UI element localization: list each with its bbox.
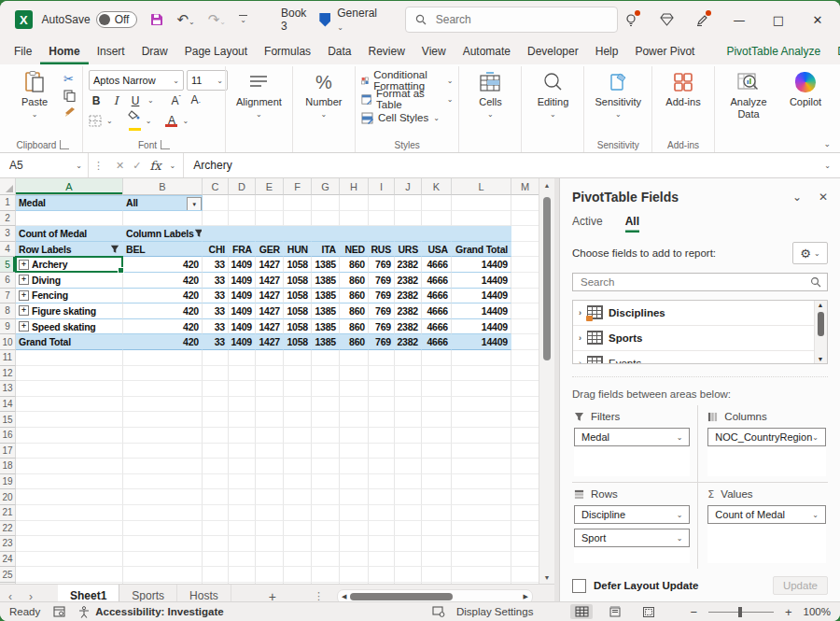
grid-cell-G11[interactable]: [312, 350, 340, 366]
grid-cell-H10[interactable]: 860: [340, 334, 369, 350]
sensitivity-menu[interactable]: General ⌄: [337, 7, 382, 33]
grid-cell-I21[interactable]: [369, 505, 395, 521]
grid-cell-E15[interactable]: [256, 412, 284, 428]
horizontal-scroll-thumb[interactable]: [350, 593, 453, 600]
grid-cell-I22[interactable]: [369, 521, 395, 537]
grid-cell-B13[interactable]: [123, 381, 203, 397]
accessibility-icon[interactable]: [78, 606, 90, 618]
report-filter-dropdown[interactable]: ▼: [187, 197, 202, 211]
grid-cell-G7[interactable]: 1385: [312, 289, 340, 304]
grid-cell-H8[interactable]: 860: [340, 303, 369, 319]
filter-funnel-icon[interactable]: [194, 229, 203, 238]
grid-cell-M6[interactable]: [511, 273, 539, 289]
grid-cell-B22[interactable]: [123, 521, 203, 537]
column-header-B[interactable]: B: [123, 178, 203, 195]
vertical-scroll-thumb[interactable]: [543, 197, 551, 360]
grid-cell-M13[interactable]: [511, 381, 539, 397]
borders-menu[interactable]: ⌄: [106, 117, 113, 125]
tools-gear-button[interactable]: ⚙⌄: [792, 242, 828, 264]
grid-cell-C13[interactable]: [203, 381, 229, 397]
grid-cell-B10[interactable]: 420: [123, 334, 203, 350]
grid-cell-G10[interactable]: 1385: [312, 334, 340, 350]
grid-cell-M16[interactable]: [511, 428, 539, 444]
grid-cell-H19[interactable]: [340, 474, 369, 490]
grid-cell-H12[interactable]: [340, 366, 369, 382]
grid-cell-A23[interactable]: [16, 536, 123, 552]
values-area[interactable]: Σ Values Count of Medal⌄: [697, 483, 828, 569]
grid-cell-B3[interactable]: Column Labels: [123, 226, 203, 242]
grid-cell-L1[interactable]: [452, 195, 511, 211]
grid-cell-H18[interactable]: [340, 459, 369, 474]
grid-cell-M2[interactable]: [511, 211, 539, 227]
grid-cell-K25[interactable]: [422, 567, 452, 583]
grid-cell-I6[interactable]: 769: [369, 273, 395, 289]
field-item-sports[interactable]: › Sports: [573, 326, 815, 351]
tab-formulas[interactable]: Formulas: [256, 40, 319, 64]
grid-cell-M21[interactable]: [511, 505, 539, 521]
panel-tab-active[interactable]: Active: [572, 215, 603, 233]
tab-design[interactable]: Design: [829, 40, 840, 64]
function-menu-chevron[interactable]: ⌄: [170, 162, 176, 170]
grid-cell-B15[interactable]: [123, 412, 203, 428]
grid-cell-C17[interactable]: [203, 444, 229, 459]
grid-cell-J17[interactable]: [395, 444, 422, 459]
grid-cell-I10[interactable]: 769: [369, 334, 395, 350]
fill-color-menu[interactable]: ⌄: [146, 117, 152, 125]
grid-cell-I19[interactable]: [369, 474, 395, 490]
grid-cell-J15[interactable]: [395, 412, 422, 428]
tab-page-layout[interactable]: Page Layout: [176, 40, 256, 64]
cut-button[interactable]: ✂: [63, 72, 77, 86]
row-header-23[interactable]: 23: [0, 536, 16, 552]
grid-cell-D17[interactable]: [229, 444, 256, 459]
alignment-button[interactable]: Alignment⌄: [231, 68, 287, 121]
grid-cell-K11[interactable]: [422, 350, 452, 366]
grid-cell-K4[interactable]: USA: [422, 242, 452, 258]
grid-cell-B16[interactable]: [123, 428, 203, 444]
save-icon[interactable]: [150, 13, 163, 26]
grid-cell-I11[interactable]: [369, 350, 395, 366]
format-painter-button[interactable]: [63, 106, 77, 118]
grid-cell-F22[interactable]: [284, 521, 312, 537]
grid-cell-L6[interactable]: 14409: [452, 273, 511, 289]
grid-cell-I13[interactable]: [369, 381, 395, 397]
grid-cell-J19[interactable]: [395, 474, 422, 490]
grid-cell-F5[interactable]: 1058: [284, 257, 312, 273]
expand-chevron-icon[interactable]: ›: [579, 333, 581, 343]
fields-search-box[interactable]: [572, 273, 828, 291]
tab-draw[interactable]: Draw: [133, 40, 176, 64]
grid-cell-C23[interactable]: [203, 536, 229, 552]
grid-cell-B12[interactable]: [123, 366, 203, 382]
tab-developer[interactable]: Developer: [519, 40, 587, 64]
grid-cell-H22[interactable]: [340, 521, 369, 537]
grid-cell-C20[interactable]: [203, 489, 229, 505]
grid-cell-J11[interactable]: [395, 350, 422, 366]
grid-cell-I2[interactable]: [369, 211, 395, 227]
scroll-right-icon[interactable]: ▶: [524, 593, 528, 600]
grid-cell-A22[interactable]: [16, 521, 123, 537]
grid-cell-J24[interactable]: [395, 552, 422, 568]
grid-cell-D20[interactable]: [229, 489, 256, 505]
grid-cell-A9[interactable]: +Speed skating: [16, 319, 123, 335]
grid-cell-K7[interactable]: 4666: [422, 289, 452, 304]
panel-options-chevron-icon[interactable]: ⌄: [792, 191, 802, 204]
bold-button[interactable]: B: [89, 94, 104, 107]
italic-button[interactable]: I: [108, 94, 123, 107]
row-header-1[interactable]: 1: [0, 195, 16, 211]
grid-cell-D13[interactable]: [229, 381, 256, 397]
update-button[interactable]: Update: [773, 576, 828, 595]
page-layout-view-button[interactable]: [604, 604, 626, 619]
grid-cell-D19[interactable]: [229, 474, 256, 490]
grid-cell-G16[interactable]: [312, 428, 340, 444]
row-header-13[interactable]: 13: [0, 381, 16, 397]
grid-cell-M19[interactable]: [511, 474, 539, 490]
grid-cell-L21[interactable]: [452, 505, 511, 521]
row-header-14[interactable]: 14: [0, 397, 16, 413]
grid-cell-I25[interactable]: [369, 567, 395, 583]
grid-cell-I9[interactable]: 769: [369, 319, 395, 335]
grid-cell-H24[interactable]: [340, 552, 369, 568]
row-header-10[interactable]: 10: [0, 334, 16, 350]
normal-view-button[interactable]: [570, 604, 593, 619]
row-header-6[interactable]: 6: [0, 273, 16, 289]
filters-area[interactable]: Filters Medal⌄: [572, 405, 697, 483]
grid-cell-D6[interactable]: 1409: [229, 273, 256, 289]
